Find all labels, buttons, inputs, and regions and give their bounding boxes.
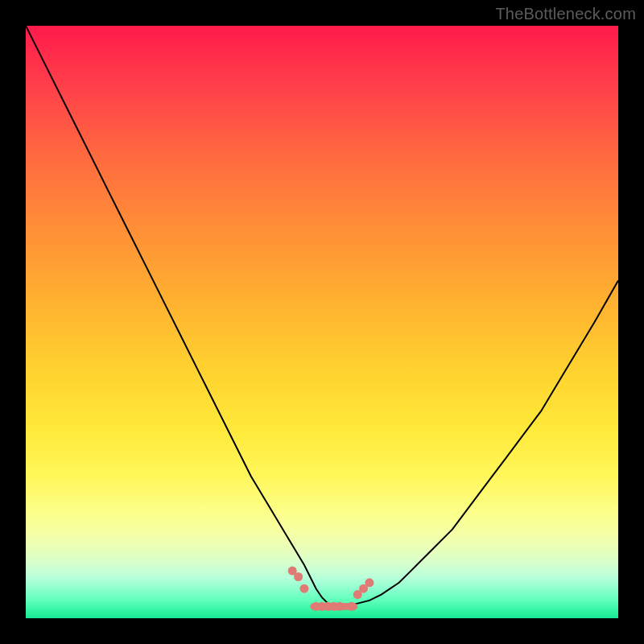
plot-area — [26, 26, 618, 618]
curve-markers — [288, 567, 374, 611]
bottleneck-curve — [26, 26, 618, 606]
chart-frame: TheBottleneck.com — [0, 0, 644, 644]
marker-bar — [310, 603, 357, 610]
watermark-text: TheBottleneck.com — [495, 5, 636, 23]
chart-svg — [26, 26, 618, 618]
marker-dot — [365, 578, 374, 587]
marker-dot — [294, 572, 303, 581]
marker-dot — [299, 584, 308, 593]
